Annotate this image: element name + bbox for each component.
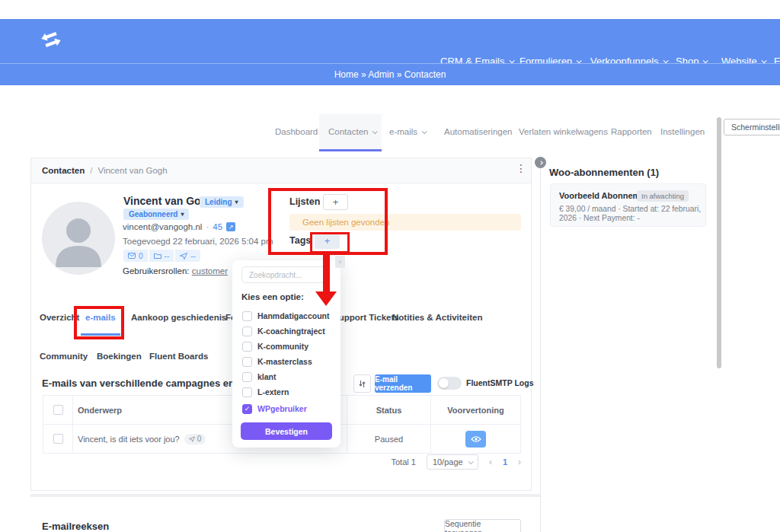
user-roles-row: Gebruikersrollen: customer [123, 266, 228, 276]
checkbox[interactable] [242, 357, 252, 367]
screen-options-button[interactable]: Scherminstellingen [724, 119, 780, 135]
folder-counter-chip[interactable]: -- [149, 250, 174, 262]
page-size-select[interactable]: 10/page [427, 454, 478, 470]
scroll-left-chip[interactable]: ‹ [335, 256, 345, 268]
section-divider [30, 494, 540, 497]
subtab-fluent-boards[interactable]: Fluent Boards [149, 352, 208, 361]
subtab-aankoop-label: Aankoop geschiedenis [131, 313, 226, 322]
subscription-detail-line1: € 39,00 / maand · Started at: 22 februar… [559, 205, 701, 213]
next-page-button[interactable]: › [518, 457, 521, 467]
pagination-total: Total 1 [391, 457, 415, 467]
stage-badge-label: Leiding [205, 198, 232, 206]
subtab-notities-label: Notities & Activiteiten [392, 313, 482, 322]
fluentcrm-contact-page: CRM & Emails Formulieren Verkoopfunnels … [0, 0, 780, 532]
subtab-aankoop-geschiedenis[interactable]: Aankoop geschiedenis [131, 313, 226, 322]
header-preview: Voorvertoning [431, 396, 520, 424]
external-link-icon[interactable]: ↗ [226, 222, 235, 231]
toggle-knob [439, 378, 449, 388]
tag-option[interactable]: K-masterclass [242, 354, 336, 369]
emails-count: 0 [139, 252, 143, 260]
subtab-support-tickets-label: Support Tickets [333, 313, 399, 322]
tab-dashboard[interactable]: Dashboard [275, 127, 318, 136]
subtab-boekingen[interactable]: Boekingen [97, 352, 142, 361]
tab-contacten[interactable]: Contacten [328, 127, 376, 136]
fluentsmtp-logs-toggle[interactable] [437, 377, 462, 390]
contact-email-row: vincent@vangogh.nl · 45 ↗ [123, 222, 235, 231]
tag-option[interactable]: klant [242, 369, 336, 384]
tag-option[interactable]: Hanmdatigaccount [242, 308, 336, 323]
emails-counter-chip[interactable]: 0 [123, 250, 148, 262]
subtab-notities-activiteiten[interactable]: Notities & Activiteiten [392, 313, 482, 322]
tab-verlaten-winkelwagens[interactable]: Verlaten winkelwagens [519, 127, 608, 136]
add-sequence-button[interactable]: Sequentie toevoegen [444, 519, 521, 532]
header-checkbox-cell [43, 396, 73, 424]
confirm-button[interactable]: Bevestigen [241, 422, 332, 440]
checkbox[interactable] [242, 327, 252, 336]
contact-score[interactable]: 45 [213, 222, 222, 231]
tag-option-selected[interactable]: ✓WPgebruiker [242, 401, 336, 416]
folder-icon [154, 253, 161, 259]
tab-dashboard-label: Dashboard [275, 127, 318, 136]
subtab-support-tickets[interactable]: Support Tickets [333, 313, 399, 322]
dot-separator: · [206, 222, 209, 231]
stage-badge[interactable]: Leiding▾ [200, 196, 244, 208]
preview-button[interactable] [465, 431, 486, 448]
row-checkbox[interactable] [53, 434, 63, 444]
tab-contacten-underline [319, 149, 382, 151]
sort-button[interactable] [353, 374, 371, 393]
header-preview-label: Voorvertoning [447, 406, 503, 415]
checkbox-checked[interactable]: ✓ [242, 404, 252, 414]
tab-rapporten[interactable]: Rapporten [611, 127, 652, 136]
checkbox[interactable] [242, 387, 252, 397]
avatar [42, 202, 115, 275]
kebab-menu-icon[interactable]: ⋮ [516, 162, 526, 174]
chevron-down-icon [468, 459, 474, 464]
top-navbar: CRM & Emails Formulieren Verkoopfunnels … [0, 19, 780, 63]
header-status: Status [347, 396, 431, 424]
tab-rapporten-label: Rapporten [611, 127, 652, 136]
prev-page-button[interactable]: ‹ [489, 457, 492, 467]
tag-option[interactable]: K-coachingtraject [242, 323, 336, 339]
checkbox[interactable] [242, 311, 252, 321]
current-page-number[interactable]: 1 [503, 457, 507, 467]
checkbox[interactable] [242, 372, 252, 382]
subtab-community[interactable]: Community [40, 352, 88, 361]
role-customer-link[interactable]: customer [192, 266, 228, 276]
brand-logo-icon[interactable] [40, 28, 62, 51]
subscription-status-badge[interactable]: Geabonneerd▾ [123, 209, 189, 220]
tag-option-label: K-community [257, 342, 308, 351]
breadcrumb[interactable]: Home » Admin » Contacten [334, 69, 446, 80]
envelope-icon [128, 253, 136, 259]
vertical-scrollbar[interactable] [717, 117, 721, 368]
tag-option-label: Hanmdatigaccount [257, 311, 330, 320]
sidebar-collapse-button[interactable] [535, 157, 546, 168]
roles-label: Gebruikersrollen: [123, 266, 190, 276]
select-all-checkbox[interactable] [53, 405, 63, 415]
tag-option[interactable]: L-extern [242, 384, 336, 400]
subscription-detail-line2: 2026 · Next Payment: - [559, 214, 640, 222]
sidebar-divider [540, 158, 541, 532]
subtab-fluent-boards-label: Fluent Boards [149, 352, 208, 361]
send-email-button[interactable]: E-mail verzenden [375, 374, 431, 393]
contact-breadcrumb-root[interactable]: Contacten [42, 166, 85, 175]
sent-counter-chip[interactable]: -- [175, 250, 200, 262]
tag-search-input[interactable] [241, 266, 328, 283]
tag-option-label: WPgebruiker [257, 404, 307, 413]
tab-automatiseringen[interactable]: Automatiseringen [444, 127, 513, 136]
contact-email[interactable]: vincent@vangogh.nl [123, 222, 202, 231]
annotation-box-emails-tab [74, 306, 124, 339]
row-checkbox-cell [43, 425, 73, 453]
contact-card-header: Contacten / Vincent van Gogh [30, 158, 532, 183]
contact-added-date: Toegevoegd 22 februari, 2026 5:04 pm [123, 237, 273, 246]
tab-instellingen[interactable]: Instellingen [660, 127, 705, 136]
subtab-boekingen-label: Boekingen [97, 352, 142, 361]
email-subject[interactable]: Vincent, is dit iets voor jou? [78, 435, 180, 444]
annotation-box-add-tag [310, 232, 350, 253]
checkbox[interactable] [242, 342, 252, 352]
tab-emails[interactable]: e-mails [389, 127, 426, 136]
header-status-label: Status [376, 406, 402, 415]
subtab-community-label: Community [40, 352, 88, 361]
tab-automatiseringen-label: Automatiseringen [444, 127, 513, 136]
tag-option-label: L-extern [257, 387, 289, 397]
tag-option[interactable]: K-community [242, 339, 336, 354]
